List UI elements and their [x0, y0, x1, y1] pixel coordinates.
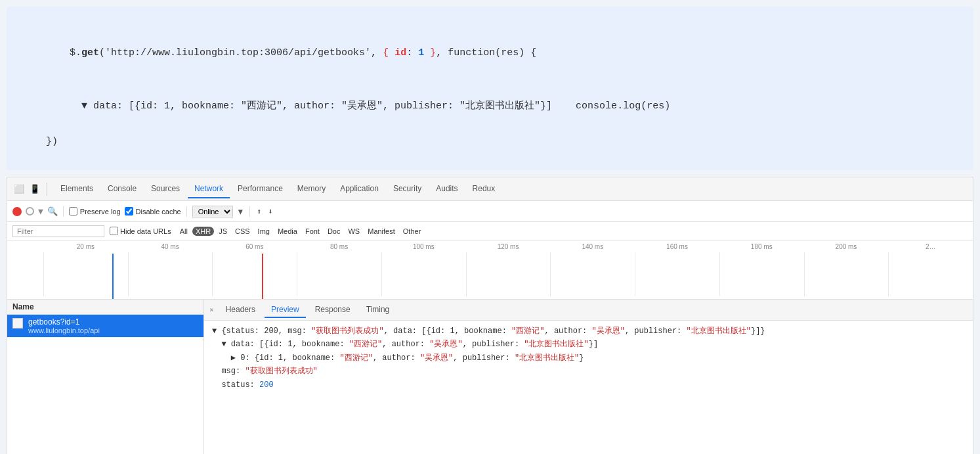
response-tab-close[interactable]: × — [209, 306, 214, 314]
tab-redux[interactable]: Redux — [466, 180, 502, 198]
timeline-ruler: 20 ms 40 ms 60 ms 80 ms 100 ms 120 ms 14… — [43, 243, 973, 250]
timeline-area: 20 ms 40 ms 60 ms 80 ms 100 ms 120 ms 14… — [7, 240, 973, 300]
tab-console[interactable]: Console — [101, 180, 143, 198]
timeline-blue-marker — [112, 254, 114, 299]
response-content: ▼ {status: 200, msg: "获取图书列表成功", data: [… — [204, 321, 973, 454]
tab-audits[interactable]: Audits — [429, 180, 464, 198]
tick-80ms: 80 ms — [297, 243, 381, 250]
filter-tag-img[interactable]: Img — [255, 227, 273, 236]
record-button[interactable] — [12, 207, 22, 216]
filter-bar: Hide data URLs All XHR JS CSS Img Media … — [7, 222, 973, 240]
code-line-2: ▼ data: [{id: 1, bookname: "西游记", author… — [46, 79, 947, 133]
code-method: get — [81, 47, 99, 58]
response-panel: × Headers Preview Response Timing ▼ {sta… — [204, 300, 973, 454]
preserve-log-text: Preserve log — [80, 208, 121, 216]
response-tab-response[interactable]: Response — [309, 302, 357, 318]
devtools-tab-bar: ⬜ 📱 Elements Console Sources Network Per… — [7, 177, 973, 201]
hide-data-urls-checkbox[interactable] — [110, 227, 118, 235]
code-dollar: $. — [70, 47, 81, 58]
disable-cache-text: Disable cache — [136, 208, 181, 216]
filter-tag-manifest[interactable]: Manifest — [364, 227, 398, 236]
request-item-name: getbooks?id=1 — [28, 317, 100, 327]
download-icon: ⬇ — [266, 207, 274, 216]
code-line-1: $.get('http://www.liulongbin.top:3006/ap… — [46, 26, 947, 79]
tab-application[interactable]: Application — [333, 180, 385, 198]
tab-sources[interactable]: Sources — [144, 180, 186, 198]
toolbar-separator-2 — [186, 206, 187, 217]
toolbar-separator-3 — [249, 206, 250, 217]
response-tab-preview[interactable]: Preview — [265, 302, 306, 318]
main-area: Name getbooks?id=1 www.liulongbin.top/ap… — [7, 300, 973, 454]
inspect-icon[interactable]: ⬜ — [12, 183, 26, 196]
tick-180ms: 180 ms — [719, 243, 804, 250]
code-section: $.get('http://www.liulongbin.top:3006/ap… — [7, 7, 973, 170]
request-item-getbooks[interactable]: getbooks?id=1 www.liulongbin.top/api — [7, 315, 203, 338]
filter-tag-font[interactable]: Font — [302, 227, 323, 236]
toolbar-separator-1 — [63, 206, 64, 217]
tab-network[interactable]: Network — [188, 180, 230, 198]
timeline-red-marker — [262, 254, 263, 299]
filter-tags: All XHR JS CSS Img Media Font Doc WS Man… — [177, 227, 425, 236]
throttle-dropdown-icon[interactable]: ▼ — [237, 207, 244, 216]
filter-tag-other[interactable]: Other — [400, 227, 425, 236]
devtools-panel: ⬜ 📱 Elements Console Sources Network Per… — [7, 177, 973, 454]
tick-200ms: 200 ms — [804, 243, 889, 250]
response-line-4: msg: "获取图书列表成功" — [212, 365, 965, 378]
request-list: Name getbooks?id=1 www.liulongbin.top/ap… — [7, 300, 204, 454]
filter-tag-ws[interactable]: WS — [345, 227, 363, 236]
filter-tag-js[interactable]: JS — [215, 227, 230, 236]
response-tab-timing[interactable]: Timing — [360, 302, 396, 318]
hide-data-urls-text: Hide data URLs — [120, 227, 171, 235]
filter-icon[interactable]: ▼ — [38, 206, 43, 216]
request-list-header: Name — [7, 300, 203, 315]
code-paren: ('http://www.liulongbin.top:3006/api/get… — [99, 47, 536, 58]
filter-tag-media[interactable]: Media — [274, 227, 301, 236]
tab-icons: ⬜ 📱 — [12, 183, 47, 196]
tick-40ms: 40 ms — [128, 243, 213, 250]
preserve-log-label[interactable]: Preserve log — [69, 207, 121, 216]
tab-elements[interactable]: Elements — [54, 180, 100, 198]
response-line-5: status: 200 — [212, 378, 965, 392]
filter-tag-all[interactable]: All — [177, 227, 191, 236]
response-line-1: ▼ {status: 200, msg: "获取图书列表成功", data: [… — [212, 325, 965, 338]
clear-button[interactable] — [26, 207, 34, 216]
tick-60ms: 60 ms — [212, 243, 297, 250]
device-icon[interactable]: 📱 — [28, 183, 41, 196]
tab-memory[interactable]: Memory — [291, 180, 332, 198]
hide-data-urls-label[interactable]: Hide data URLs — [110, 227, 171, 235]
request-item-url: www.liulongbin.top/api — [28, 327, 100, 334]
filter-tag-doc[interactable]: Doc — [324, 227, 344, 236]
upload-icon: ⬆ — [255, 207, 263, 216]
filter-tag-xhr[interactable]: XHR — [192, 227, 214, 236]
tick-20ms: 20 ms — [43, 243, 128, 250]
search-icon[interactable]: 🔍 — [47, 206, 58, 216]
filter-input[interactable] — [12, 225, 104, 237]
preserve-log-checkbox[interactable] — [69, 207, 77, 216]
tick-140ms: 140 ms — [550, 243, 635, 250]
request-item-info: getbooks?id=1 www.liulongbin.top/api — [28, 317, 100, 334]
tick-120ms: 120 ms — [466, 243, 551, 250]
response-tab-headers[interactable]: Headers — [219, 302, 262, 318]
response-line-3: ▶ 0: {id: 1, bookname: "西游记", author: "吴… — [212, 352, 965, 365]
request-item-icon — [12, 318, 23, 329]
response-tabs: × Headers Preview Response Timing — [204, 300, 973, 321]
tick-more: 2… — [888, 243, 973, 250]
disable-cache-checkbox[interactable] — [125, 207, 133, 216]
network-toolbar: ▼ 🔍 Preserve log Disable cache Online ▼ … — [7, 201, 973, 222]
filter-tag-css[interactable]: CSS — [232, 227, 253, 236]
tick-100ms: 100 ms — [381, 243, 466, 250]
tick-160ms: 160 ms — [635, 243, 719, 250]
tab-performance[interactable]: Performance — [231, 180, 289, 198]
code-line-3: }) — [46, 133, 947, 150]
throttle-select[interactable]: Online — [192, 206, 233, 217]
disable-cache-label[interactable]: Disable cache — [125, 207, 181, 216]
response-line-2: ▼ data: [{id: 1, bookname: "西游记", author… — [212, 338, 965, 351]
tab-security[interactable]: Security — [387, 180, 428, 198]
